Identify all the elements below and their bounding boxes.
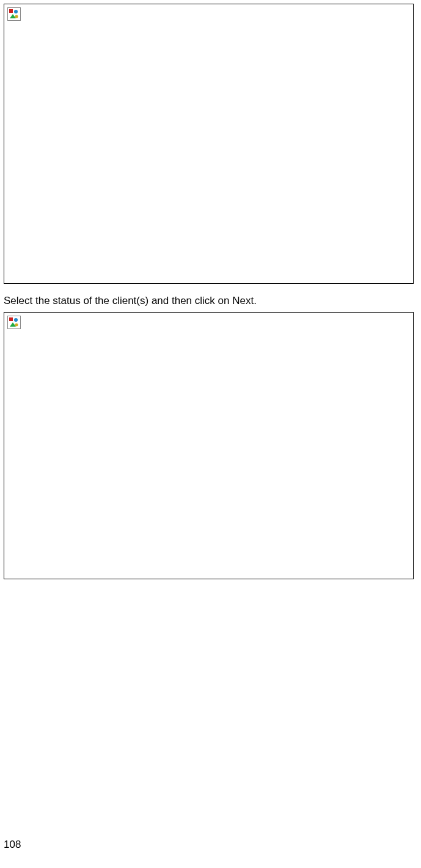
svg-rect-4 [9,317,13,321]
svg-point-7 [15,323,18,326]
svg-rect-0 [9,9,13,13]
broken-image-icon [7,7,21,21]
image-placeholder-2 [4,312,414,579]
broken-image-icon [7,316,21,329]
svg-point-1 [14,10,18,13]
svg-point-3 [15,15,18,18]
image-placeholder-1 [4,4,414,284]
instruction-text: Select the status of the client(s) and t… [4,294,417,308]
page-number: 108 [4,839,21,851]
svg-marker-6 [10,322,16,327]
svg-marker-2 [10,14,16,18]
svg-point-5 [14,318,18,322]
